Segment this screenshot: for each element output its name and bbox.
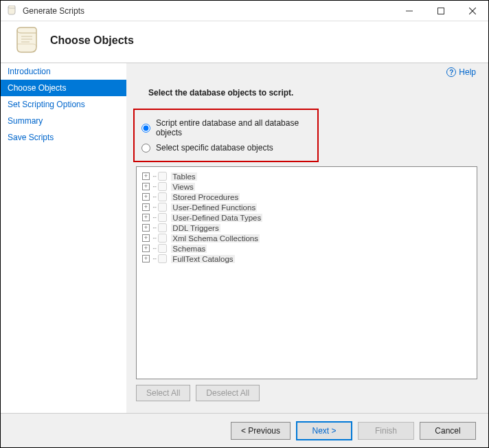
app-icon [6,5,17,16]
tree-label: Schemas [171,245,207,253]
tree-checkbox [158,223,167,232]
tree-node-tables[interactable]: +··· Tables [139,171,474,181]
object-tree[interactable]: +··· Tables +··· Views +··· Stored Proce… [136,166,477,379]
tree-node-fulltext-catalogs[interactable]: +··· FullText Catalogs [139,254,474,264]
header: Choose Objects [1,21,488,63]
radio-script-entire[interactable]: Script entire database and all database … [141,115,306,140]
tree-label: User-Defined Data Types [171,214,262,222]
sidebar-item-set-scripting-options[interactable]: Set Scripting Options [1,96,126,113]
tree-node-user-defined-functions[interactable]: +··· User-Defined Functions [139,202,474,212]
radio-script-entire-label: Script entire database and all database … [156,118,306,137]
sidebar: Introduction Choose Objects Set Scriptin… [1,63,126,413]
radio-select-specific-input[interactable] [141,144,150,153]
help-label: Help [459,67,476,77]
titlebar: Generate Scripts [1,1,488,21]
tree-checkbox [158,234,167,243]
radio-group-highlight: Script entire database and all database … [133,109,319,162]
tree-label: FullText Catalogs [171,255,234,263]
tree-checkbox [158,203,167,212]
window-title: Generate Scripts [23,6,394,16]
instruction-text: Select the database objects to script. [148,88,477,98]
expand-icon[interactable]: + [142,193,150,201]
tree-label: DDL Triggers [171,224,220,232]
help-icon: ? [446,67,456,77]
scroll-icon [12,26,41,55]
expand-icon[interactable]: + [142,203,150,211]
tree-label: Xml Schema Collections [171,234,260,243]
tree-label: Stored Procedures [171,193,240,201]
sidebar-item-introduction[interactable]: Introduction [1,63,126,80]
expand-icon[interactable]: + [142,245,150,252]
select-all-button: Select All [136,385,190,401]
tree-label: Views [171,183,194,191]
expand-icon[interactable]: + [142,183,150,190]
finish-button: Finish [358,422,414,440]
sidebar-item-choose-objects[interactable]: Choose Objects [1,80,126,96]
main-panel: ? Help Select the database objects to sc… [126,63,488,413]
window-buttons [394,1,488,21]
tree-node-stored-procedures[interactable]: +··· Stored Procedures [139,192,474,202]
sidebar-item-summary[interactable]: Summary [1,113,126,129]
expand-icon[interactable]: + [142,255,150,262]
tree-label: User-Defined Functions [171,203,257,212]
tree-checkbox [158,254,167,263]
maximize-button[interactable] [425,1,457,21]
select-buttons: Select All Deselect All [136,385,477,401]
expand-icon[interactable]: + [142,224,150,232]
radio-script-entire-input[interactable] [141,124,150,133]
tree-checkbox [158,192,167,201]
svg-rect-1 [438,8,444,14]
tree-node-xml-schema-collections[interactable]: +··· Xml Schema Collections [139,233,474,243]
tree-checkbox [158,244,167,253]
tree-node-ddl-triggers[interactable]: +··· DDL Triggers [139,223,474,233]
next-button[interactable]: Next > [296,421,352,440]
cancel-button[interactable]: Cancel [420,422,476,440]
tree-node-user-defined-data-types[interactable]: +··· User-Defined Data Types [139,212,474,223]
deselect-all-button: Deselect All [196,385,260,401]
radio-select-specific[interactable]: Select specific database objects [141,140,306,155]
help-link[interactable]: ? Help [446,67,476,77]
tree-node-views[interactable]: +··· Views [139,181,474,192]
expand-icon[interactable]: + [142,172,150,180]
page-title: Choose Objects [50,34,134,47]
minimize-button[interactable] [394,1,425,21]
sidebar-item-save-scripts[interactable]: Save Scripts [1,129,126,146]
tree-node-schemas[interactable]: +··· Schemas [139,243,474,254]
tree-checkbox [158,182,167,191]
footer: < Previous Next > Finish Cancel [1,413,488,447]
tree-checkbox [158,172,167,181]
close-button[interactable] [457,1,488,21]
expand-icon[interactable]: + [142,234,150,242]
expand-icon[interactable]: + [142,214,150,221]
radio-select-specific-label: Select specific database objects [156,143,273,153]
previous-button[interactable]: < Previous [231,422,291,440]
tree-label: Tables [171,172,196,181]
tree-checkbox [158,213,167,222]
